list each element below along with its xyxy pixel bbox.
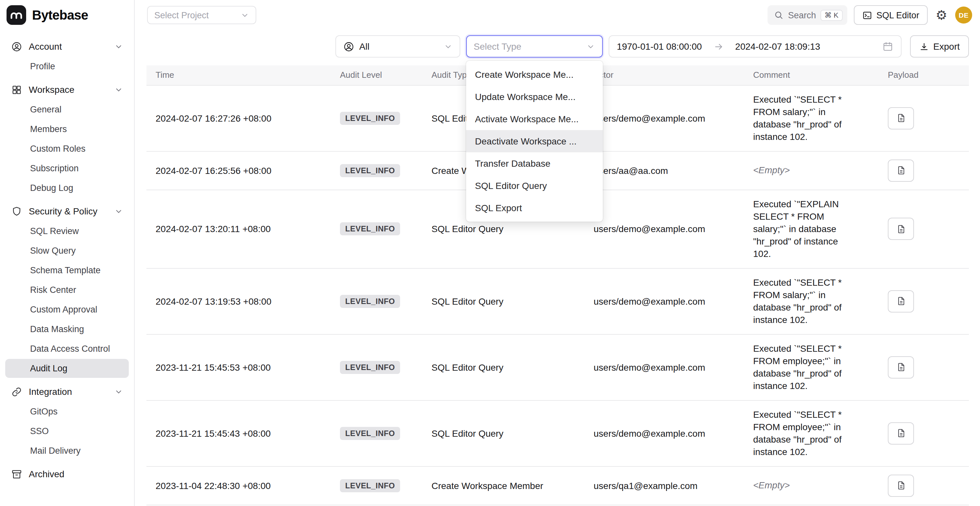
type-filter-placeholder: Select Type <box>474 41 521 52</box>
table-row: 2023-11-04 22:48:30 +08:00 LEVEL_INFO Cr… <box>146 466 969 505</box>
date-range-picker[interactable]: 1970-01-01 08:00:00 2024-02-07 18:09:13 <box>608 35 901 57</box>
payload-button[interactable] <box>888 290 914 312</box>
table-row: 2023-11-04 21:26:34 +08:00 LEVEL_INFO SQ… <box>146 505 969 506</box>
sidebar-item[interactable]: Subscription <box>5 159 129 178</box>
sidebar-item[interactable]: Members <box>5 119 129 138</box>
type-menu-item[interactable]: Transfer Database <box>466 152 603 175</box>
audit-level-badge: LEVEL_INFO <box>340 111 400 124</box>
row-time: 2024-02-07 16:27:26 +08:00 <box>156 113 271 123</box>
type-menu-item[interactable]: Deactivate Workspace ... <box>466 130 603 152</box>
sidebar-section-label: Workspace <box>29 84 75 95</box>
type-menu-item[interactable]: Activate Workspace Me... <box>466 108 603 130</box>
sidebar: Bytebase Account Profile <box>0 0 135 506</box>
sidebar-section-workspace[interactable]: Workspace <box>5 80 129 99</box>
chevron-down-icon <box>444 42 452 51</box>
sidebar-section-label: Integration <box>29 387 72 397</box>
payload-button[interactable] <box>888 159 914 181</box>
row-comment: <Empty> <box>753 479 790 492</box>
sidebar-group-security-policy: SQL Review Slow Query Schema Template Ri… <box>5 222 129 378</box>
row-comment: Executed `"SELECT * FROM employee;"` in … <box>753 342 856 392</box>
type-filter-select[interactable]: Select Type <box>466 35 603 57</box>
row-actor: users/demo@example.com <box>593 113 705 123</box>
row-actor: users/demo@example.com <box>593 362 705 372</box>
payload-button[interactable] <box>888 218 914 240</box>
type-menu-item[interactable]: SQL Export <box>466 197 603 219</box>
sidebar-item[interactable]: Data Masking <box>5 320 129 339</box>
sidebar-item-archived[interactable]: Archived <box>5 464 129 484</box>
search-label: Search <box>788 10 816 20</box>
type-dropdown-menu: Create Workspace Me... Update Workspace … <box>466 61 603 222</box>
sidebar-item[interactable]: Data Access Control <box>5 339 129 358</box>
sidebar-item[interactable]: Audit Log <box>5 359 129 378</box>
main-content: All Select Type Create Workspace Me... <box>135 30 980 506</box>
actor-filter-select[interactable]: All <box>335 35 460 57</box>
sidebar-item[interactable]: General <box>5 100 129 119</box>
sidebar-item[interactable]: Schema Template <box>5 261 129 280</box>
row-actor: users/aa@aa.com <box>593 165 668 175</box>
payload-button[interactable] <box>888 422 914 444</box>
sidebar-nav: Account Profile Workspace <box>0 30 134 484</box>
export-button[interactable]: Export <box>910 35 969 57</box>
sidebar-item[interactable]: Custom Roles <box>5 139 129 158</box>
sidebar-item[interactable]: SQL Review <box>5 222 129 240</box>
row-actor: users/qa1@example.com <box>593 480 698 491</box>
sidebar-item[interactable]: Debug Log <box>5 178 129 197</box>
sidebar-item[interactable]: SSO <box>5 422 129 441</box>
sidebar-section-label: Account <box>29 41 62 52</box>
file-text-icon <box>896 428 906 438</box>
sidebar-item[interactable]: Mail Delivery <box>5 441 129 460</box>
link-icon <box>11 386 22 397</box>
gear-icon[interactable]: ⚙ <box>935 8 947 22</box>
search-button[interactable]: Search ⌘ K <box>768 5 847 25</box>
audit-level-badge: LEVEL_INFO <box>340 361 400 374</box>
row-comment: <Empty> <box>753 164 790 177</box>
sidebar-group-account: Profile <box>5 57 129 76</box>
row-audit-type: SQL Editor Query <box>431 224 503 234</box>
sidebar-item[interactable]: Custom Approval <box>5 300 129 319</box>
sidebar-section-integration[interactable]: Integration <box>5 382 129 401</box>
file-text-icon <box>896 296 906 306</box>
chevron-down-icon <box>115 85 123 94</box>
topbar: Select Project Search ⌘ K SQL Editor <box>135 0 980 30</box>
grid-icon <box>11 84 22 95</box>
project-select-placeholder: Select Project <box>154 10 209 20</box>
column-header-audit-level: Audit Level <box>331 65 422 85</box>
row-time: 2024-02-07 16:25:56 +08:00 <box>156 165 271 175</box>
type-menu-item[interactable]: SQL Editor Query <box>466 175 603 197</box>
bytebase-app: Bytebase Account Profile <box>0 0 980 506</box>
avatar[interactable]: DE <box>955 6 972 24</box>
search-icon <box>775 10 784 20</box>
bytebase-wordmark: Bytebase <box>32 8 88 22</box>
payload-button[interactable] <box>888 474 914 496</box>
file-text-icon <box>896 224 906 234</box>
table-row: 2023-11-21 15:45:53 +08:00 LEVEL_INFO SQ… <box>146 334 969 400</box>
sidebar-item[interactable]: Profile <box>5 57 129 76</box>
project-select[interactable]: Select Project <box>147 6 256 24</box>
audit-level-badge: LEVEL_INFO <box>340 294 400 307</box>
avatar-initials: DE <box>959 11 969 19</box>
payload-button[interactable] <box>888 107 914 129</box>
bytebase-logo[interactable]: Bytebase <box>0 0 134 30</box>
chevron-down-icon <box>115 387 123 396</box>
column-header-time: Time <box>146 65 331 85</box>
row-actor: users/demo@example.com <box>593 428 705 438</box>
payload-button[interactable] <box>888 356 914 378</box>
row-comment: Executed `"EXPLAIN SELECT * FROM salary;… <box>753 198 856 260</box>
file-text-icon <box>896 165 906 175</box>
type-menu-item[interactable]: Update Workspace Me... <box>466 86 603 108</box>
audit-level-badge: LEVEL_INFO <box>340 426 400 440</box>
audit-level-badge: LEVEL_INFO <box>340 479 400 492</box>
row-actor: users/demo@example.com <box>593 296 705 306</box>
sidebar-item[interactable]: Slow Query <box>5 241 129 260</box>
type-menu-item[interactable]: Create Workspace Me... <box>466 64 603 86</box>
sidebar-item[interactable]: GitOps <box>5 402 129 421</box>
sidebar-item[interactable]: Risk Center <box>5 280 129 299</box>
user-circle-icon <box>343 41 354 52</box>
chevron-down-icon <box>240 11 249 19</box>
date-from-value: 1970-01-01 08:00:00 <box>617 41 702 52</box>
sidebar-section-account[interactable]: Account <box>5 37 129 56</box>
sql-editor-button[interactable]: SQL Editor <box>853 5 928 25</box>
sidebar-section-security-policy[interactable]: Security & Policy <box>5 201 129 221</box>
audit-level-badge: LEVEL_INFO <box>340 164 400 177</box>
column-header-actor: Actor <box>584 65 744 85</box>
